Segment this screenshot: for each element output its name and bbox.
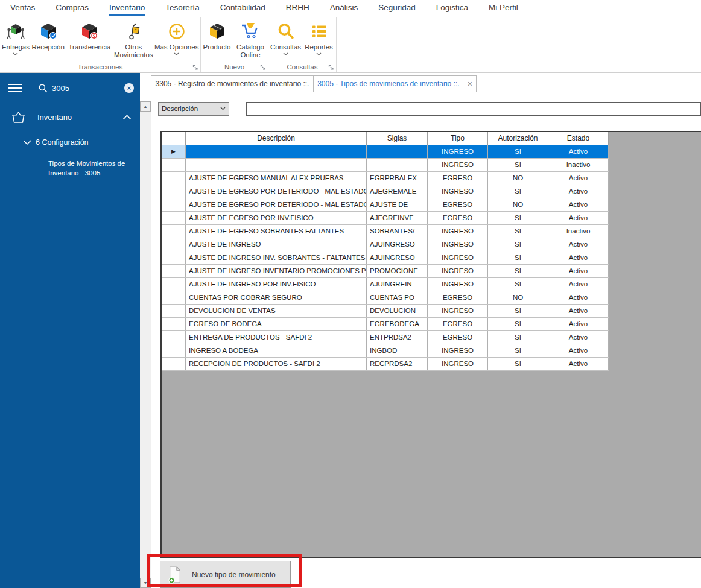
cell-descripcion[interactable]: RECEPCION DE PRODUCTOS - SAFDI 2 (186, 358, 367, 370)
nuevo-tipo-de-movimiento-button[interactable]: Nuevo tipo de movimiento (160, 561, 291, 588)
close-icon[interactable]: × (468, 80, 472, 88)
cell-tipo[interactable]: EGRESO (428, 318, 488, 330)
dialog-launcher-icon[interactable] (328, 65, 334, 71)
cell-siglas[interactable]: CUENTAS PO (367, 291, 428, 304)
cell-siglas[interactable]: RECPRDSA2 (367, 358, 428, 370)
row-selector-cell[interactable]: ▶ (162, 238, 186, 251)
sidebar-search[interactable]: 3005 (38, 83, 69, 93)
sidebar-item-configuracion[interactable]: 6 Configuración (0, 138, 140, 147)
cell-estado[interactable]: Activo (548, 291, 609, 304)
cell-tipo[interactable]: INGRESO (428, 305, 488, 317)
table-row[interactable]: ▶ AJUSTE DE EGRESO SOBRANTES FALTANTES S… (162, 225, 609, 238)
cell-descripcion[interactable]: INGRESO A BODEGA (186, 344, 367, 357)
table-row[interactable]: ▶ DEVOLUCION DE VENTAS DEVOLUCION INGRES… (162, 305, 609, 318)
cell-descripcion[interactable]: AJUSTE DE INGRESO (186, 238, 367, 251)
transferencia-button[interactable]: Transferencia (65, 20, 115, 51)
cell-siglas[interactable]: AJUINGRESO (367, 251, 428, 264)
cell-estado[interactable]: Activo (548, 198, 609, 211)
cell-siglas[interactable]: AJUINGREIN (367, 278, 428, 291)
cell-descripcion[interactable]: AJUSTE DE EGRESO MANUAL ALEX PRUEBAS (186, 172, 367, 185)
mas-opciones-button[interactable]: Mas Opciones (153, 20, 200, 55)
cell-estado[interactable]: Activo (548, 305, 609, 317)
cell-autorizacion[interactable]: SI (488, 305, 548, 317)
cell-tipo[interactable]: INGRESO (428, 225, 488, 238)
hamburger-menu-icon[interactable] (8, 81, 22, 95)
cell-estado[interactable]: Inactivo (548, 225, 609, 238)
cell-tipo[interactable]: EGRESO (428, 172, 488, 185)
recepcion-button[interactable]: Recepción (31, 20, 65, 51)
cell-tipo[interactable]: EGRESO (428, 331, 488, 344)
cell-autorizacion[interactable]: SI (488, 265, 548, 277)
cell-siglas[interactable]: EGREBODEGA (367, 318, 428, 330)
cell-estado[interactable]: Activo (548, 318, 609, 330)
grid-header-estado[interactable]: Estado (548, 132, 609, 145)
table-row[interactable]: ▶ RECEPCION DE PRODUCTOS - SAFDI 2 RECPR… (162, 358, 609, 371)
table-row[interactable]: ▶ AJUSTE DE EGRESO POR DETERIODO - MAL E… (162, 185, 609, 198)
cell-descripcion[interactable] (186, 159, 367, 171)
cell-descripcion[interactable]: AJUSTE DE EGRESO POR DETERIODO - MAL EST… (186, 185, 367, 198)
cell-descripcion[interactable]: AJUSTE DE INGRESO POR INV.FISICO (186, 278, 367, 291)
row-selector-cell[interactable]: ▶ (162, 145, 186, 158)
row-selector-cell[interactable]: ▶ (162, 198, 186, 211)
menu-item[interactable]: Análisis (320, 0, 369, 17)
cell-autorizacion[interactable]: SI (488, 238, 548, 251)
entregas-button[interactable]: Entregas (0, 20, 31, 55)
table-row[interactable]: ▶ AJUSTE DE EGRESO POR DETERIODO - MAL E… (162, 198, 609, 212)
cell-autorizacion[interactable]: SI (488, 212, 548, 224)
cell-descripcion[interactable]: EGRESO DE BODEGA (186, 318, 367, 330)
grid-header-siglas[interactable]: Siglas (367, 132, 428, 145)
producto-button[interactable]: Producto (201, 20, 233, 51)
table-row[interactable]: ▶ AJUSTE DE EGRESO POR INV.FISICO AJEGRE… (162, 212, 609, 225)
filter-search-input[interactable] (246, 102, 701, 116)
tab-tipos-movimientos[interactable]: 3005 - Tipos de movimienos de inventario… (314, 75, 477, 92)
menu-item[interactable]: Contabilidad (210, 0, 276, 17)
row-selector-cell[interactable]: ▶ (162, 331, 186, 344)
cell-siglas[interactable] (367, 145, 428, 158)
cell-descripcion[interactable]: CUENTAS POR COBRAR SEGURO (186, 291, 367, 304)
cell-descripcion[interactable] (186, 145, 367, 158)
cell-siglas[interactable]: AJUSTE DE (367, 198, 428, 211)
cell-autorizacion[interactable]: NO (488, 291, 548, 304)
cell-descripcion[interactable]: AJUSTE DE EGRESO SOBRANTES FALTANTES (186, 225, 367, 238)
cell-estado[interactable]: Activo (548, 278, 609, 291)
cell-tipo[interactable]: EGRESO (428, 291, 488, 304)
scrollbar-track[interactable] (140, 112, 151, 578)
cell-tipo[interactable]: EGRESO (428, 212, 488, 224)
cell-siglas[interactable]: PROMOCIONE (367, 265, 428, 277)
cell-autorizacion[interactable]: SI (488, 145, 548, 158)
cell-descripcion[interactable]: AJUSTE DE EGRESO POR INV.FISICO (186, 212, 367, 224)
menu-item[interactable]: Logistica (426, 0, 478, 17)
cell-descripcion[interactable]: AJUSTE DE EGRESO POR DETERIODO - MAL EST… (186, 198, 367, 211)
cell-autorizacion[interactable]: SI (488, 344, 548, 357)
table-row[interactable]: ▶ AJUSTE DE INGRESO AJUINGRESO INGRESO S… (162, 238, 609, 251)
cell-tipo[interactable]: INGRESO (428, 251, 488, 264)
cell-autorizacion[interactable]: SI (488, 251, 548, 264)
cell-autorizacion[interactable]: SI (488, 185, 548, 198)
scroll-down-button[interactable]: ▼ (140, 578, 151, 588)
cell-descripcion[interactable]: DEVOLUCION DE VENTAS (186, 305, 367, 317)
cell-siglas[interactable]: AJUINGRESO (367, 238, 428, 251)
menu-item[interactable]: Tesorería (155, 0, 209, 17)
row-selector-cell[interactable]: ▶ (162, 305, 186, 317)
menu-item[interactable]: Mi Perfil (478, 0, 528, 17)
grid-header-descripcion[interactable]: Descripción (186, 132, 367, 145)
table-row[interactable]: ▶ AJUSTE DE INGRESO INVENTARIO PROMOCION… (162, 265, 609, 278)
menu-item[interactable]: Compras (45, 0, 99, 17)
cell-estado[interactable]: Activo (548, 358, 609, 370)
menu-item[interactable]: Seguridad (368, 0, 426, 17)
cell-estado[interactable]: Activo (548, 238, 609, 251)
table-row[interactable]: ▶ INGRESO SI Activo (162, 145, 609, 159)
cell-siglas[interactable]: ENTPRDSA2 (367, 331, 428, 344)
search-input[interactable]: 3005 (52, 84, 69, 93)
cell-siglas[interactable]: EGRPRBALEX (367, 172, 428, 185)
cell-autorizacion[interactable]: SI (488, 159, 548, 171)
cell-estado[interactable]: Activo (548, 212, 609, 224)
filter-field-select[interactable]: Descripción (158, 102, 229, 116)
dialog-launcher-icon[interactable] (192, 65, 198, 71)
cell-tipo[interactable]: INGRESO (428, 265, 488, 277)
table-row[interactable]: ▶ EGRESO DE BODEGA EGREBODEGA EGRESO SI … (162, 318, 609, 331)
cell-siglas[interactable]: SOBRANTES/ (367, 225, 428, 238)
cell-descripcion[interactable]: ENTREGA DE PRODUCTOS - SAFDI 2 (186, 331, 367, 344)
cell-estado[interactable]: Activo (548, 145, 609, 158)
cell-autorizacion[interactable]: SI (488, 358, 548, 370)
